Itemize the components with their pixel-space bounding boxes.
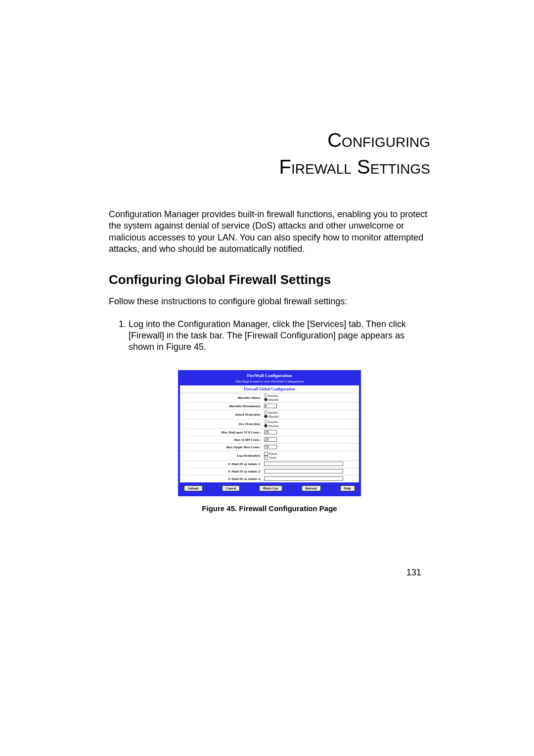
- email3-input[interactable]: [264, 476, 343, 481]
- refresh-button[interactable]: Refresh: [302, 485, 321, 491]
- chapter-line-2: Firewall Settings: [109, 153, 430, 180]
- blacklist-period-input[interactable]: [264, 404, 277, 408]
- chapter-line-1: Configuring: [109, 127, 430, 153]
- cancel-button[interactable]: Cancel: [222, 485, 240, 491]
- attack-protection-label: Attack Protection:: [180, 413, 264, 417]
- max-icmp-input[interactable]: [264, 437, 277, 442]
- section-heading: Configuring Global Firewall Settings: [109, 272, 430, 287]
- row-blacklist-period: Blacklist Period(min):: [180, 403, 359, 410]
- shot-title: FireWall Configuration: [180, 372, 359, 379]
- log-email-check[interactable]: [264, 452, 268, 456]
- button-row: Submit Cancel Black List Refresh Help: [180, 482, 359, 494]
- email1-label: E-Mail ID of Admin 1:: [180, 462, 264, 466]
- row-blacklist-status: Blacklist Status: Enable Disable: [180, 393, 359, 403]
- max-single-label: Max Single Host Conn.:: [180, 445, 264, 449]
- step-1-text: Log into the Configuration Manager, clic…: [129, 319, 406, 352]
- figure-caption: Figure 45. Firewall Configuration Page: [178, 504, 361, 513]
- blacklist-button[interactable]: Black List: [259, 485, 282, 491]
- shot-subtitle: This Page is used to view FireWall Confi…: [180, 379, 359, 385]
- page-number: 131: [406, 567, 421, 578]
- global-config-header: Firewall Global Configuration: [180, 385, 359, 393]
- blacklist-disable-radio[interactable]: [264, 398, 267, 401]
- max-single-input[interactable]: [264, 445, 277, 449]
- log-trace-check[interactable]: [264, 456, 268, 460]
- max-half-tcp-input[interactable]: [264, 430, 277, 434]
- blacklist-period-label: Blacklist Period(min):: [180, 404, 264, 408]
- attack-enable-label: Enable: [268, 411, 278, 415]
- step-1: Log into the Configuration Manager, clic…: [129, 319, 430, 353]
- enable-label: Enable: [268, 394, 278, 398]
- email3-label: E-Mail ID of Admin 3:: [180, 477, 264, 481]
- dos-enable-radio[interactable]: [264, 420, 267, 424]
- row-email-1: E-Mail ID of Admin 1:: [180, 461, 359, 468]
- row-max-icmp: Max ICMP Conn.:: [180, 436, 359, 444]
- attack-disable-label: Disable: [268, 415, 279, 419]
- row-email-3: E-Mail ID of Admin 3:: [180, 475, 359, 482]
- steps-list: Log into the Configuration Manager, clic…: [109, 319, 430, 353]
- row-max-single: Max Single Host Conn.:: [180, 444, 359, 451]
- row-max-half-tcp: Max Half open TCP Conn.:: [180, 429, 359, 436]
- shot-panel: Firewall Global Configuration Blacklist …: [180, 385, 359, 482]
- row-email-2: E-Mail ID of Admin 2:: [180, 468, 359, 475]
- email2-input[interactable]: [264, 469, 343, 473]
- dos-disable-label: Disable: [268, 424, 279, 428]
- email1-input[interactable]: [264, 462, 343, 466]
- disable-label: Disable: [268, 398, 279, 402]
- blacklist-status-label: Blacklist Status:: [180, 396, 264, 400]
- row-log-destination: Log Destination: Email Trace: [180, 451, 359, 461]
- dos-disable-radio[interactable]: [264, 424, 267, 427]
- blacklist-enable-radio[interactable]: [264, 394, 267, 397]
- firewall-config-screenshot: FireWall Configuration This Page is used…: [178, 370, 361, 496]
- dos-enable-label: Enable: [268, 420, 278, 424]
- attack-enable-radio[interactable]: [264, 411, 267, 414]
- figure-45: FireWall Configuration This Page is used…: [178, 370, 361, 513]
- row-dos-protection: Dos Protection: Enable Disable: [180, 420, 359, 429]
- email2-label: E-Mail ID of Admin 2:: [180, 470, 264, 473]
- log-email-label: Email: [269, 452, 277, 456]
- dos-protection-label: Dos Protection:: [180, 422, 264, 426]
- intro-paragraph: Configuration Manager provides built-in …: [109, 209, 430, 255]
- row-attack-protection: Attack Protection: Enable Disable: [180, 410, 359, 420]
- help-button[interactable]: Help: [340, 485, 355, 491]
- log-dest-label: Log Destination:: [180, 454, 264, 458]
- log-trace-label: Trace: [269, 456, 277, 460]
- max-half-tcp-label: Max Half open TCP Conn.:: [180, 430, 264, 434]
- attack-disable-radio[interactable]: [264, 415, 267, 418]
- max-icmp-label: Max ICMP Conn.:: [180, 438, 264, 442]
- chapter-title: Configuring Firewall Settings: [109, 0, 430, 200]
- submit-button[interactable]: Submit: [184, 485, 203, 491]
- instructions-intro: Follow these instructions to configure g…: [109, 296, 430, 307]
